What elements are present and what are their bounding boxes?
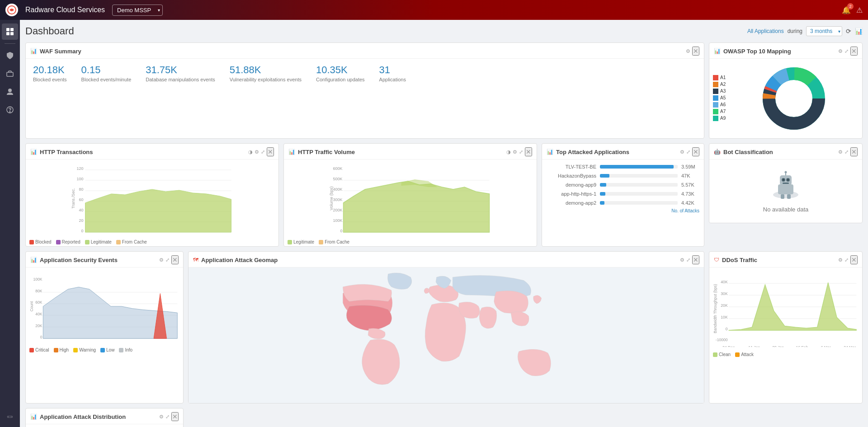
svg-text:Bandwidth Throughput (bps): Bandwidth Throughput (bps) — [713, 284, 717, 333]
svg-marker-106 — [729, 282, 857, 330]
svg-text:200K: 200K — [333, 208, 342, 212]
chart-view-button[interactable]: 📊 — [855, 28, 863, 35]
owasp-expand-btn[interactable]: ⤢ — [844, 48, 849, 54]
ddos-expand-btn[interactable]: ⤢ — [844, 257, 849, 263]
main-content: Dashboard All Applications during 3 mont… — [20, 20, 868, 427]
account-selector[interactable]: Demo MSSP — [112, 5, 163, 16]
svg-text:24 Dec: 24 Dec — [722, 345, 735, 347]
waf-vuln-label: Vulnerability exploitations events — [230, 77, 302, 82]
svg-rect-1 — [6, 28, 9, 31]
legend-from-cache: From Cache — [116, 239, 147, 244]
top-attacked-title: Top Attacked Applications — [556, 149, 677, 155]
legend-low: Low — [100, 347, 114, 352]
app-val-3: 4.73K — [681, 191, 699, 197]
bot-settings-btn[interactable]: ⚙ — [838, 149, 843, 155]
geomap-expand-btn[interactable]: ⤢ — [686, 257, 690, 263]
http-trans-expand-btn[interactable]: ⤢ — [261, 149, 265, 155]
bot-close-btn[interactable]: ✕ — [850, 147, 858, 156]
refresh-button[interactable]: ⟳ — [846, 28, 851, 35]
bot-header: 🤖 Bot Classification ⚙ ⤢ ✕ — [709, 144, 862, 160]
svg-point-69 — [785, 171, 787, 173]
waf-config-value: 10.35K — [316, 64, 365, 76]
row-4: 📊 Application Attack Distribution ⚙ ⤢ ✕ — [25, 408, 863, 427]
period-selector-wrap[interactable]: 3 months — [806, 26, 842, 36]
bot-no-data-label: No available data — [763, 206, 808, 213]
http-trans-settings-btn[interactable]: ⚙ — [255, 149, 259, 155]
waf-close-btn[interactable]: ✕ — [692, 47, 699, 56]
legend-clean: Clean — [713, 352, 731, 357]
waf-blocked-label: Blocked events — [33, 77, 67, 82]
http-traffic-expand-btn[interactable]: ⤢ — [519, 149, 523, 155]
sidebar-item-help[interactable] — [2, 102, 18, 118]
svg-text:500K: 500K — [333, 177, 342, 181]
owasp-donut-container — [729, 62, 859, 135]
svg-rect-72 — [787, 194, 791, 199]
geomap-settings-btn[interactable]: ⚙ — [680, 257, 684, 263]
app-logo — [5, 4, 18, 16]
http-traffic-actions: ◑ ⚙ ⤢ ✕ — [506, 147, 532, 156]
sidebar-bottom: «» — [7, 410, 13, 423]
owasp-settings-btn[interactable]: ⚙ — [838, 48, 843, 54]
sidebar-item-user[interactable] — [2, 84, 18, 100]
http-trans-pie-btn[interactable]: ◑ — [248, 149, 253, 155]
owasp-close-btn[interactable]: ✕ — [850, 47, 858, 56]
all-applications-filter[interactable]: All Applications — [747, 28, 784, 34]
sec-events-header: 📊 Application Security Events ⚙ ⤢ ✕ — [26, 252, 183, 267]
ddos-legend: Clean Attack — [709, 350, 862, 359]
alerts-icon[interactable]: ⚠ — [856, 6, 863, 14]
bot-expand-btn[interactable]: ⤢ — [844, 149, 849, 155]
sec-events-icon: 📊 — [30, 257, 37, 263]
app-bar-track-4 — [600, 201, 678, 205]
svg-text:29 Jan: 29 Jan — [772, 345, 784, 347]
sidebar-item-briefcase[interactable] — [2, 66, 18, 82]
world-map-svg — [189, 267, 704, 403]
svg-text:24 Mar: 24 Mar — [165, 342, 177, 343]
ddos-settings-btn[interactable]: ⚙ — [838, 257, 843, 263]
dist-header: 📊 Application Attack Distribution ⚙ ⤢ ✕ — [26, 408, 183, 424]
waf-settings-btn[interactable]: ⚙ — [686, 48, 690, 54]
http-traffic-pie-btn[interactable]: ◑ — [506, 149, 511, 155]
http-trans-close-btn[interactable]: ✕ — [267, 147, 274, 156]
ddos-chart: Bandwidth Throughput (bps) -10000 0 10K … — [713, 270, 859, 347]
geomap-close-btn[interactable]: ✕ — [692, 255, 699, 264]
app-attack-distribution-card: 📊 Application Attack Distribution ⚙ ⤢ ✕ — [25, 408, 184, 427]
attacked-actions: ⚙ ⤢ ✕ — [680, 147, 699, 156]
dist-settings-btn[interactable]: ⚙ — [159, 414, 164, 420]
legend-legit-vol: Legitimate — [288, 239, 314, 244]
account-dropdown[interactable]: Demo MSSP — [112, 5, 163, 16]
sidebar-item-dashboard[interactable] — [2, 23, 18, 40]
attacked-close-btn[interactable]: ✕ — [692, 147, 699, 156]
svg-text:80: 80 — [79, 187, 83, 192]
svg-point-8 — [9, 112, 10, 113]
attacked-settings-btn[interactable]: ⚙ — [680, 149, 684, 155]
period-dropdown[interactable]: 3 months — [806, 26, 842, 36]
owasp-body: A1 A2 A3 A5 A6 A7 A9 — [709, 59, 862, 138]
svg-point-16 — [776, 80, 812, 117]
dist-close-btn[interactable]: ✕ — [171, 412, 179, 421]
dist-expand-btn[interactable]: ⤢ — [165, 414, 170, 420]
svg-text:27 Jan: 27 Jan — [88, 342, 99, 343]
sec-settings-btn[interactable]: ⚙ — [159, 257, 164, 263]
sec-close-btn[interactable]: ✕ — [171, 255, 179, 264]
app-bar-track-2 — [600, 183, 678, 187]
waf-summary-header: 📊 WAF Summary ⚙ ✕ — [26, 43, 704, 59]
http-transactions-chart: 0 20 40 60 80 100 120 Trans./Sec. — [29, 162, 275, 235]
app-name-4: demong-app2 — [547, 200, 596, 206]
app-val-2: 5.57K — [681, 182, 699, 188]
svg-text:100K: 100K — [33, 277, 42, 282]
attacked-expand-btn[interactable]: ⤢ — [686, 149, 690, 155]
http-traffic-settings-btn[interactable]: ⚙ — [513, 149, 517, 155]
legend-legitimate: Legitimate — [85, 239, 112, 244]
svg-text:0: 0 — [340, 229, 342, 233]
http-traffic-close-btn[interactable]: ✕ — [525, 147, 532, 156]
sec-expand-btn[interactable]: ⤢ — [165, 257, 170, 263]
app-name-1: HackazonBypass — [547, 173, 596, 178]
ddos-close-btn[interactable]: ✕ — [850, 255, 858, 264]
svg-text:20K: 20K — [721, 303, 728, 308]
notifications-icon[interactable]: 🔔 2 — [842, 6, 851, 14]
sidebar-collapse-btn[interactable]: «» — [7, 410, 13, 423]
waf-stat-blocked-events: 20.18K Blocked events — [33, 64, 67, 82]
owasp-a2: A2 — [713, 82, 726, 87]
legend-cache-vol: From Cache — [319, 239, 349, 244]
sidebar-item-shield[interactable] — [2, 47, 18, 64]
